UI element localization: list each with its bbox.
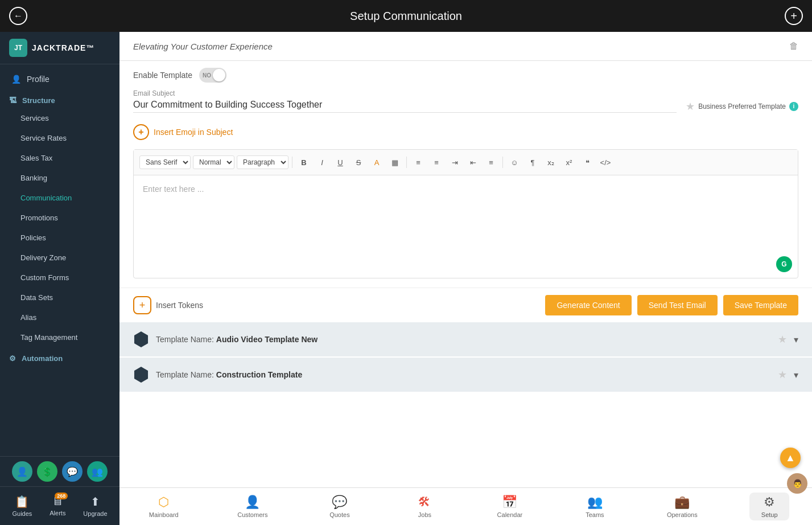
- sidebar-item-banking[interactable]: Banking: [0, 168, 119, 188]
- sidebar-item-alias[interactable]: Alias: [0, 307, 119, 327]
- email-subject-value[interactable]: Our Commitment to Building Success Toget…: [133, 100, 677, 113]
- insert-emoji-row[interactable]: + Insert Emoji in Subject: [119, 120, 812, 149]
- strikethrough-button[interactable]: S: [351, 154, 366, 170]
- font-color-button[interactable]: A: [369, 154, 385, 170]
- template-list-item-construction[interactable]: Template Name: Construction Template ★ ▾: [119, 358, 812, 392]
- calendar-icon: 📅: [502, 495, 517, 510]
- info-icon[interactable]: i: [789, 102, 798, 111]
- subscript-button[interactable]: x₂: [543, 154, 559, 170]
- insert-emoji-button[interactable]: +: [133, 124, 149, 140]
- mainboard-icon: ⬡: [158, 495, 169, 510]
- sidebar-item-custom-forms[interactable]: Custom Forms: [0, 268, 119, 288]
- sidebar-item-services[interactable]: Services: [0, 108, 119, 128]
- underline-button[interactable]: U: [332, 154, 348, 170]
- quotes-icon: 💬: [332, 495, 347, 510]
- outdent-button[interactable]: ⇤: [465, 154, 481, 170]
- nav-item-setup[interactable]: ⚙ Setup: [749, 493, 789, 520]
- toolbar-divider-1: [292, 157, 292, 168]
- nav-item-teams[interactable]: 👥 Teams: [575, 493, 615, 520]
- setup-icon: ⚙: [764, 495, 775, 510]
- sidebar-section-structure[interactable]: 🏗 Structure: [0, 89, 119, 108]
- nav-item-calendar[interactable]: 📅 Calendar: [490, 493, 530, 520]
- user-avatar[interactable]: 👨: [787, 473, 807, 494]
- sidebar-item-profile[interactable]: 👤 Profile: [0, 69, 119, 89]
- quote-button[interactable]: ❝: [579, 154, 595, 170]
- template-hex-icon: [133, 367, 149, 383]
- sidebar-item-label: Banking: [20, 174, 47, 182]
- font-family-select[interactable]: Sans Serif: [139, 155, 191, 169]
- delete-icon[interactable]: 🗑: [789, 41, 798, 51]
- calendar-label: Calendar: [497, 511, 523, 518]
- sidebar-item-sales-tax[interactable]: Sales Tax: [0, 148, 119, 168]
- business-preferred-label: Business Preferred Template: [698, 102, 786, 110]
- italic-button[interactable]: I: [314, 154, 330, 170]
- send-test-email-button[interactable]: Send Test Email: [637, 295, 718, 315]
- emoji-button[interactable]: ☺: [506, 154, 522, 170]
- add-button[interactable]: +: [785, 7, 803, 25]
- upgrade-icon: ⬆: [90, 495, 100, 508]
- template-list-item-audio-video[interactable]: Template Name: Audio Video Template New …: [119, 322, 812, 356]
- chevron-down-icon[interactable]: ▾: [794, 370, 798, 380]
- sidebar-item-label: Services: [20, 114, 49, 122]
- nav-item-quotes[interactable]: 💬 Quotes: [320, 493, 360, 520]
- sidebar-item-service-rates[interactable]: Service Rates: [0, 128, 119, 148]
- superscript-button[interactable]: x²: [561, 154, 577, 170]
- nav-item-jobs[interactable]: 🛠 Jobs: [405, 493, 444, 520]
- teams-label: Teams: [586, 511, 604, 518]
- template-star-icon[interactable]: ★: [778, 333, 787, 346]
- sidebar-item-delivery-zone[interactable]: Delivery Zone: [0, 248, 119, 268]
- sidebar-item-label: Delivery Zone: [20, 253, 66, 262]
- generate-content-button[interactable]: Generate Content: [545, 295, 631, 315]
- font-size-select[interactable]: Normal: [193, 155, 234, 169]
- bold-button[interactable]: B: [296, 154, 312, 170]
- sidebar-item-tag-management[interactable]: Tag Management: [0, 327, 119, 347]
- paragraph-mark-button[interactable]: ¶: [525, 154, 541, 170]
- structure-icon: 🏗: [9, 96, 17, 105]
- editor-placeholder: Enter text here ...: [143, 184, 204, 194]
- main-layout: JT JACKTRADE™ 👤 Profile 🏗 Structure Serv…: [0, 32, 812, 525]
- paragraph-select[interactable]: Paragraph: [237, 155, 288, 169]
- enable-template-toggle[interactable]: NO: [199, 68, 226, 83]
- editor-body[interactable]: Enter text here ... G: [134, 175, 798, 278]
- guides-button[interactable]: 📋 Guides: [7, 493, 36, 519]
- ordered-list-button[interactable]: ≡: [410, 154, 426, 170]
- code-button[interactable]: </>: [597, 154, 613, 170]
- highlight-button[interactable]: ▦: [387, 154, 403, 170]
- sidebar-item-promotions[interactable]: Promotions: [0, 208, 119, 228]
- sidebar-section-automation[interactable]: ⚙ Automation: [0, 347, 119, 366]
- save-template-button[interactable]: Save Template: [723, 295, 798, 315]
- star-icon[interactable]: ★: [686, 100, 695, 113]
- template-hex-icon: [133, 331, 149, 347]
- indent-button[interactable]: ⇥: [447, 154, 463, 170]
- insert-tokens-row[interactable]: + Insert Tokens: [133, 296, 203, 314]
- profile-icon: 👤: [11, 75, 21, 84]
- sidebar-item-label: Alias: [20, 313, 36, 322]
- upgrade-button[interactable]: ⬆ Upgrade: [79, 493, 112, 519]
- unordered-list-button[interactable]: ≡: [428, 154, 444, 170]
- user-icon-dollar[interactable]: 💲: [37, 461, 57, 482]
- toolbar-divider-3: [502, 157, 503, 168]
- insert-tokens-icon[interactable]: +: [133, 296, 151, 314]
- email-subject-row: Our Commitment to Building Success Toget…: [133, 100, 798, 113]
- back-button[interactable]: ←: [9, 7, 27, 25]
- user-icon-team[interactable]: 👥: [87, 461, 108, 482]
- sidebar-item-label: Data Sets: [20, 293, 53, 302]
- guides-label: Guides: [12, 510, 32, 517]
- template-star-icon[interactable]: ★: [778, 368, 787, 381]
- sidebar-item-policies[interactable]: Policies: [0, 228, 119, 248]
- nav-item-operations[interactable]: 💼 Operations: [660, 493, 704, 520]
- scroll-up-button[interactable]: ▲: [780, 448, 801, 468]
- user-icon-chat[interactable]: 💬: [62, 461, 83, 482]
- sidebar-item-communication[interactable]: Communication: [0, 188, 119, 208]
- justify-button[interactable]: ≡: [483, 154, 499, 170]
- nav-item-mainboard[interactable]: ⬡ Mainboard: [142, 493, 186, 520]
- user-icon-person[interactable]: 👤: [12, 461, 32, 482]
- nav-item-customers[interactable]: 👤 Customers: [230, 493, 274, 520]
- sidebar-item-label: Structure: [22, 96, 55, 105]
- chevron-down-icon[interactable]: ▾: [794, 334, 798, 345]
- teams-icon: 👥: [587, 495, 603, 510]
- enable-template-row: Enable Template NO: [119, 61, 812, 89]
- alerts-button[interactable]: 268 🖥 Alerts: [45, 493, 70, 519]
- toggle-no-label: NO: [203, 72, 211, 79]
- sidebar-item-data-sets[interactable]: Data Sets: [0, 288, 119, 307]
